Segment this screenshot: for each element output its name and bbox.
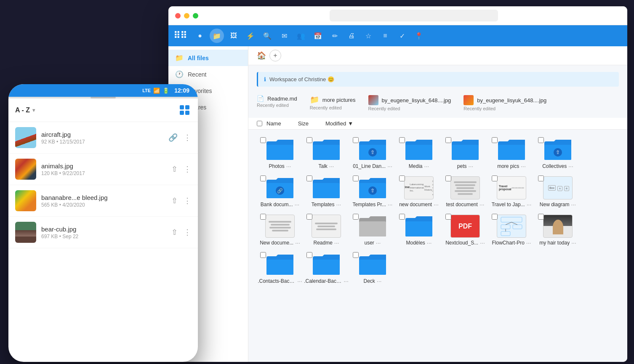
file-item-media[interactable]: Media ···	[396, 135, 442, 173]
file-item-calendar-backup[interactable]: .Calendar-Backup ···	[303, 250, 349, 288]
file-checkbox[interactable]	[538, 175, 544, 181]
col-size-header[interactable]: Size	[298, 120, 309, 127]
more-options-icon[interactable]: ⋮	[184, 133, 191, 142]
file-checkbox[interactable]	[306, 214, 312, 220]
more-options-icon[interactable]: ···	[336, 201, 341, 208]
nav-files-icon[interactable]: 📁	[210, 29, 224, 43]
file-item-templates[interactable]: Templates ···	[303, 173, 349, 211]
file-checkbox[interactable]	[260, 214, 266, 220]
more-options-icon[interactable]: ···	[334, 239, 339, 246]
more-options-icon[interactable]: ···	[480, 239, 485, 246]
more-options-icon[interactable]: ···	[521, 163, 526, 170]
minimize-button[interactable]	[184, 13, 189, 19]
list-item[interactable]: animals.jpg 120 KB • 9/22/2017 ⇧ ⋮	[8, 154, 198, 185]
sort-selector[interactable]: A - Z ▾	[15, 106, 35, 114]
more-options-icon[interactable]: ···	[527, 201, 532, 208]
nav-contacts-icon[interactable]: 👥	[294, 29, 308, 43]
file-checkbox[interactable]	[492, 175, 498, 181]
address-bar[interactable]	[330, 10, 498, 21]
more-options-icon[interactable]: ⋮	[184, 165, 191, 174]
file-item-contacts-backup[interactable]: .Contacts-Backup ···	[257, 250, 303, 288]
file-item-templates-pr[interactable]: ⇧ Templates Pr... ···	[349, 173, 396, 211]
more-options-icon[interactable]: ···	[568, 163, 573, 170]
col-modified-header[interactable]: Modified ▼	[325, 120, 353, 127]
select-all-checkbox[interactable]	[257, 121, 262, 126]
more-options-icon[interactable]: ···	[427, 239, 432, 246]
more-options-icon[interactable]: ⋮	[184, 228, 191, 237]
more-options-icon[interactable]: ···	[469, 163, 474, 170]
file-item-test-document[interactable]: test document ···	[442, 173, 488, 211]
file-item-photos[interactable]: Photos ···	[257, 135, 303, 173]
more-options-icon[interactable]: ⋮	[184, 196, 191, 205]
file-checkbox[interactable]	[445, 214, 451, 220]
link-icon[interactable]: 🔗	[168, 133, 178, 142]
file-item-more-pics[interactable]: more pics ···	[488, 135, 535, 173]
more-options-icon[interactable]: ···	[329, 163, 334, 170]
col-name-header[interactable]: Name	[266, 120, 281, 127]
file-item-my-hair[interactable]: my hair today ···	[535, 211, 581, 250]
file-item-bank[interactable]: 🔗 Bank docum... ···	[257, 173, 303, 211]
file-item-flowchart[interactable]: FlowChart-Pro ···	[488, 211, 535, 250]
maximize-button[interactable]	[193, 13, 198, 19]
nav-location-icon[interactable]: 📍	[412, 29, 426, 43]
more-options-icon[interactable]: ···	[295, 201, 300, 208]
nav-photos-icon[interactable]: 🖼	[226, 29, 241, 43]
file-checkbox[interactable]	[399, 175, 405, 181]
more-options-icon[interactable]: ···	[434, 201, 439, 208]
list-item[interactable]: aircraft.jpg 92 KB • 12/15/2017 🔗 ⋮	[8, 122, 198, 154]
file-item-readme[interactable]: Readme ···	[303, 211, 349, 250]
nav-home-icon[interactable]: ●	[193, 29, 207, 43]
recent-item-photo2[interactable]: by_eugene_lisyuk_648....jpg Recently edi…	[464, 95, 546, 111]
nav-star-icon[interactable]: ☆	[361, 29, 376, 43]
share-icon[interactable]: ⇧	[171, 196, 178, 205]
grid-view-button[interactable]	[178, 104, 191, 117]
more-options-icon[interactable]: ···	[388, 201, 393, 208]
list-item[interactable]: bananabre...e bleed.jpg 565 KB • 4/20/20…	[8, 185, 198, 217]
file-item-pets[interactable]: pets ···	[442, 135, 488, 173]
nav-activity-icon[interactable]: ⚡	[243, 29, 258, 43]
nav-search-icon[interactable]: 🔍	[260, 29, 274, 43]
sidebar-item-recent[interactable]: 🕐 Recent	[168, 66, 248, 82]
nav-calendar-icon[interactable]: 📅	[311, 29, 325, 43]
file-item-user[interactable]: user ···	[349, 211, 396, 250]
file-item-deck[interactable]: Deck ···	[349, 250, 396, 288]
nav-check-icon[interactable]: ✓	[395, 29, 409, 43]
close-button[interactable]	[175, 13, 181, 19]
sidebar-item-all-files[interactable]: 📁 All files	[168, 50, 248, 66]
share-icon[interactable]: ⇧	[171, 228, 178, 237]
more-options-icon[interactable]: ···	[297, 278, 302, 284]
more-options-icon[interactable]: ···	[286, 163, 291, 170]
file-checkbox[interactable]	[492, 214, 498, 220]
list-item[interactable]: bear-cub.jpg 697 KB • Sep 22 ⇧ ⋮	[8, 217, 198, 248]
file-item-01-line[interactable]: ⇧ 01_Line Dan... ···	[349, 135, 396, 173]
file-item-new-diagram[interactable]: Box A B New diagram ···	[535, 173, 581, 211]
recent-item-readme[interactable]: 📄 Readme.md Recently edited	[257, 95, 297, 111]
file-item-talk[interactable]: Talk ···	[303, 135, 349, 173]
file-item-collectives[interactable]: ⇧ Collectives ···	[535, 135, 581, 173]
recent-item-photo1[interactable]: by_eugene_lisyuk_648....jpg Recently edi…	[368, 95, 451, 111]
more-options-icon[interactable]: ···	[295, 239, 300, 246]
file-item-modeles[interactable]: Modèles ···	[396, 211, 442, 250]
recent-item-more-pictures[interactable]: 📁 more pictures Recently edited	[310, 95, 356, 111]
nav-print-icon[interactable]: 🖨	[344, 29, 359, 43]
file-checkbox[interactable]	[538, 214, 544, 220]
more-options-icon[interactable]: ···	[479, 201, 485, 208]
more-options-icon[interactable]: ···	[387, 163, 392, 170]
more-options-icon[interactable]: ···	[571, 239, 576, 246]
more-options-icon[interactable]: ···	[377, 278, 382, 284]
file-item-travel[interactable]: Travel proposal Travel to Jap... ···	[488, 173, 535, 211]
more-options-icon[interactable]: ···	[376, 239, 381, 246]
more-options-icon[interactable]: ···	[344, 278, 349, 284]
file-checkbox[interactable]	[445, 175, 451, 181]
add-button[interactable]: +	[269, 50, 281, 61]
more-options-icon[interactable]: ···	[571, 201, 576, 208]
nav-notes-icon[interactable]: ✏	[328, 29, 342, 43]
file-item-new-docume[interactable]: New docume... ···	[257, 211, 303, 250]
share-icon[interactable]: ⇧	[171, 165, 178, 174]
more-options-icon[interactable]: ···	[424, 163, 429, 170]
file-item-nextcloud-s[interactable]: PDF Nextcloud_S... ···	[442, 211, 488, 250]
nav-list-icon[interactable]: ≡	[378, 29, 392, 43]
more-options-icon[interactable]: ···	[526, 239, 531, 246]
nav-mail-icon[interactable]: ✉	[277, 29, 291, 43]
home-icon[interactable]: 🏠	[257, 51, 266, 60]
